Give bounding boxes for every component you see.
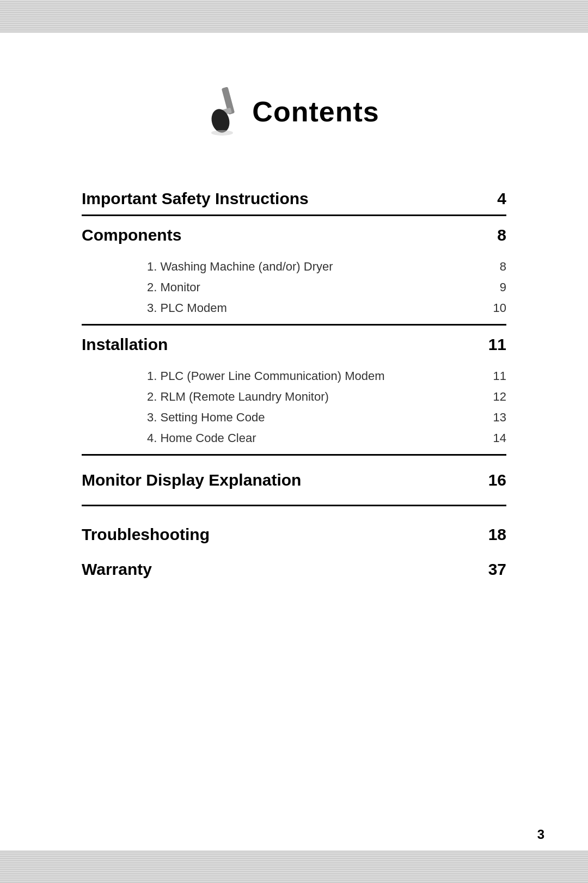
troubleshooting-page: 18 bbox=[488, 525, 506, 544]
list-item: 2. Monitor 9 bbox=[82, 277, 506, 298]
svg-point-3 bbox=[211, 130, 233, 136]
components-sub3-page: 10 bbox=[493, 301, 506, 315]
monitor-label: Monitor Display Explanation bbox=[82, 471, 301, 489]
toc-section-troubleshooting: Troubleshooting 18 bbox=[82, 506, 506, 550]
installation-sub4-label: 4. Home Code Clear bbox=[82, 431, 256, 445]
installation-sub4-page: 14 bbox=[493, 431, 506, 445]
safety-label: Important Safety Instructions bbox=[82, 189, 309, 208]
components-page: 8 bbox=[497, 226, 506, 244]
list-item: 3. PLC Modem 10 bbox=[82, 298, 506, 318]
components-sub1-label: 1. Washing Machine (and/or) Dryer bbox=[82, 260, 333, 274]
bottom-stripe bbox=[0, 850, 588, 883]
warranty-label: Warranty bbox=[82, 560, 152, 579]
toc-section-components: Components 8 1. Washing Machine (and/or)… bbox=[82, 216, 506, 326]
warranty-page: 37 bbox=[488, 560, 506, 579]
components-sub2-label: 2. Monitor bbox=[82, 280, 200, 295]
installation-sub3-page: 13 bbox=[493, 410, 506, 425]
troubleshooting-label: Troubleshooting bbox=[82, 525, 210, 544]
top-stripe bbox=[0, 0, 588, 33]
monitor-page: 16 bbox=[488, 471, 506, 489]
toc-section-monitor: Monitor Display Explanation 16 bbox=[82, 456, 506, 506]
page-number: 3 bbox=[537, 827, 544, 842]
installation-page: 11 bbox=[488, 335, 506, 354]
list-item: 2. RLM (Remote Laundry Monitor) 12 bbox=[82, 387, 506, 407]
list-item: 1. Washing Machine (and/or) Dryer 8 bbox=[82, 256, 506, 277]
list-item: 3. Setting Home Code 13 bbox=[82, 407, 506, 428]
page-title: Contents bbox=[252, 95, 379, 128]
table-of-contents: Important Safety Instructions 4 Componen… bbox=[82, 180, 506, 585]
installation-sub1-page: 11 bbox=[493, 369, 506, 383]
installation-sub2-label: 2. RLM (Remote Laundry Monitor) bbox=[82, 390, 329, 404]
brush-icon bbox=[209, 87, 247, 136]
toc-section-safety: Important Safety Instructions 4 bbox=[82, 180, 506, 216]
installation-sub3-label: 3. Setting Home Code bbox=[82, 410, 265, 425]
safety-page: 4 bbox=[497, 189, 506, 208]
toc-section-warranty: Warranty 37 bbox=[82, 550, 506, 585]
toc-section-installation: Installation 11 1. PLC (Power Line Commu… bbox=[82, 326, 506, 456]
list-item: 4. Home Code Clear 14 bbox=[82, 428, 506, 449]
installation-sub2-page: 12 bbox=[493, 390, 506, 404]
components-sub1-page: 8 bbox=[500, 260, 506, 274]
title-section: Contents bbox=[82, 87, 506, 136]
installation-label: Installation bbox=[82, 335, 168, 354]
components-sub3-label: 3. PLC Modem bbox=[82, 301, 227, 315]
components-sub2-page: 9 bbox=[500, 280, 506, 295]
list-item: 1. PLC (Power Line Communication) Modem … bbox=[82, 366, 506, 387]
installation-sub1-label: 1. PLC (Power Line Communication) Modem bbox=[82, 369, 385, 383]
components-label: Components bbox=[82, 226, 181, 244]
